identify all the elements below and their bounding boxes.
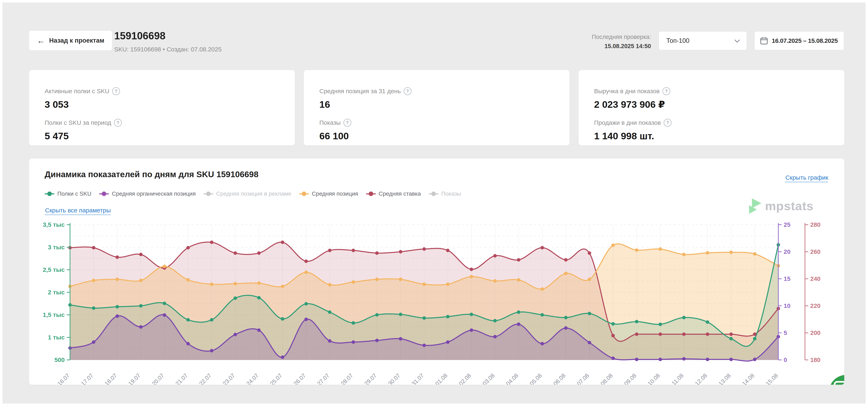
- svg-text:0: 0: [784, 356, 787, 363]
- svg-text:08.08: 08.08: [599, 372, 614, 385]
- chat-icon: [833, 381, 844, 385]
- svg-text:12.08: 12.08: [694, 372, 708, 385]
- svg-text:31.07: 31.07: [410, 372, 425, 385]
- top-100-select-value: Топ-100: [666, 37, 689, 45]
- svg-text:09.08: 09.08: [623, 372, 638, 385]
- help-icon[interactable]: ?: [404, 87, 411, 95]
- chevron-down-icon: [734, 39, 740, 43]
- svg-text:18.07: 18.07: [103, 372, 118, 385]
- help-icon[interactable]: ?: [112, 87, 120, 95]
- svg-text:30.07: 30.07: [387, 372, 401, 385]
- last-check-value: 15.08.2025 14:50: [555, 41, 651, 51]
- page-subtitle: SKU: 159106698 • Создан: 07.08.2025: [114, 46, 221, 53]
- stat-value: 66 100: [319, 130, 349, 142]
- svg-text:3,5 тыс: 3,5 тыс: [43, 221, 65, 228]
- page: ← Назад к проектам 159106698 SKU: 159106…: [0, 0, 868, 406]
- stat-label: Показы?: [319, 119, 351, 126]
- svg-text:14.08: 14.08: [741, 372, 755, 385]
- svg-text:2 тыс: 2 тыс: [48, 289, 65, 296]
- svg-text:29.07: 29.07: [363, 372, 378, 385]
- svg-text:25.07: 25.07: [269, 372, 283, 385]
- stat-value: 5 475: [44, 130, 69, 142]
- svg-text:02.08: 02.08: [458, 372, 472, 385]
- svg-text:500: 500: [55, 356, 65, 363]
- svg-text:20: 20: [784, 248, 790, 255]
- date-range-value: 16.07.2025 – 15.08.2025: [772, 37, 838, 44]
- svg-text:04.08: 04.08: [505, 372, 519, 385]
- chart-card: Динамика показателей по дням для SKU 159…: [29, 158, 844, 385]
- stat-label: Средняя позиция за 31 день?: [319, 87, 411, 95]
- svg-text:26.07: 26.07: [292, 372, 307, 385]
- stat-card-revenue: Выручка в дни показов? 2 023 973 906 ₽ П…: [579, 70, 844, 145]
- help-icon[interactable]: ?: [114, 119, 122, 126]
- top-100-select[interactable]: Топ-100: [658, 31, 747, 50]
- chart-canvas[interactable]: 3,5 тыс3 тыс2,5 тыс2 тыс1,5 тыс1 тыс5002…: [29, 158, 844, 385]
- back-to-projects-button[interactable]: ← Назад к проектам: [29, 31, 112, 50]
- stat-label: Продажи в дни показов?: [594, 119, 672, 126]
- svg-text:01.08: 01.08: [434, 372, 448, 385]
- last-check-block: Последняя проверка: 15.08.2025 14:50: [555, 32, 651, 51]
- back-arrow-icon: ←: [37, 36, 45, 45]
- svg-text:240: 240: [810, 275, 820, 282]
- page-title: 159106698: [114, 30, 165, 42]
- stat-label: Активные полки с SKU?: [44, 87, 120, 95]
- help-icon[interactable]: ?: [662, 87, 670, 95]
- svg-text:15.08: 15.08: [765, 372, 779, 385]
- svg-text:2,5 тыс: 2,5 тыс: [43, 266, 65, 273]
- svg-text:220: 220: [810, 302, 820, 309]
- svg-text:28.07: 28.07: [340, 372, 354, 385]
- svg-text:27.07: 27.07: [316, 372, 331, 385]
- svg-text:200: 200: [810, 329, 820, 336]
- svg-text:24.07: 24.07: [245, 372, 259, 385]
- svg-text:13.08: 13.08: [717, 372, 732, 385]
- stat-card-position: Средняя позиция за 31 день? 16 Показы? 6…: [304, 70, 569, 145]
- stat-label: Полки с SKU за период?: [44, 119, 122, 126]
- stat-value: 3 053: [44, 99, 69, 110]
- svg-text:05.08: 05.08: [528, 372, 543, 385]
- last-check-label: Последняя проверка:: [555, 32, 651, 41]
- svg-text:07.08: 07.08: [576, 372, 590, 385]
- svg-text:21.07: 21.07: [174, 372, 189, 385]
- stat-value: 1 140 998 шт.: [594, 130, 654, 142]
- stat-value: 2 023 973 906 ₽: [594, 99, 665, 110]
- svg-text:11.08: 11.08: [671, 372, 685, 385]
- back-button-label: Назад к проектам: [49, 37, 104, 44]
- svg-text:10.08: 10.08: [647, 372, 661, 385]
- svg-text:23.07: 23.07: [221, 372, 236, 385]
- svg-text:17.07: 17.07: [80, 372, 94, 385]
- svg-text:180: 180: [810, 356, 820, 363]
- svg-text:15: 15: [784, 275, 790, 282]
- stat-value: 16: [319, 99, 330, 110]
- date-range-picker[interactable]: 16.07.2025 – 15.08.2025: [754, 31, 844, 50]
- help-icon[interactable]: ?: [343, 119, 351, 126]
- svg-text:1 тыс: 1 тыс: [48, 334, 65, 341]
- stat-card-shelves: Активные полки с SKU? 3 053 Полки с SKU …: [29, 70, 295, 145]
- svg-text:1,5 тыс: 1,5 тыс: [43, 311, 65, 318]
- svg-text:10: 10: [784, 302, 790, 309]
- svg-text:280: 280: [810, 221, 820, 228]
- svg-text:25: 25: [784, 221, 790, 228]
- svg-text:03.08: 03.08: [481, 372, 496, 385]
- svg-text:260: 260: [810, 248, 820, 255]
- svg-text:3 тыс: 3 тыс: [48, 244, 65, 251]
- svg-text:06.08: 06.08: [552, 372, 567, 385]
- stat-label: Выручка в дни показов?: [594, 87, 670, 95]
- svg-text:16.07: 16.07: [56, 372, 71, 385]
- svg-text:20.07: 20.07: [151, 372, 165, 385]
- svg-text:5: 5: [784, 329, 787, 336]
- svg-text:19.07: 19.07: [127, 372, 142, 385]
- help-icon[interactable]: ?: [664, 119, 672, 126]
- svg-text:22.07: 22.07: [198, 372, 213, 385]
- calendar-icon: [760, 37, 768, 45]
